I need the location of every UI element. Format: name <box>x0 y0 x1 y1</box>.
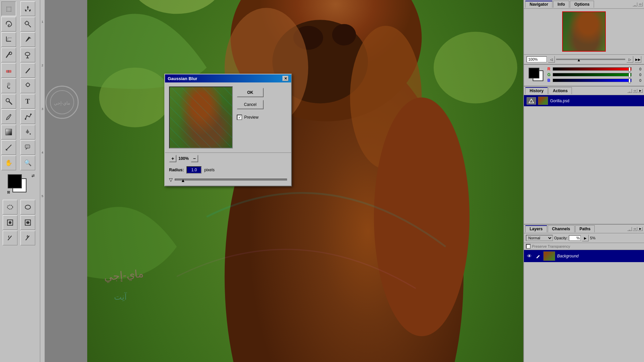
foreground-color-swatch[interactable] <box>8 174 22 188</box>
svg-line-24 <box>9 102 12 104</box>
radius-unit: pixels <box>204 168 215 172</box>
zoom-percent: 100% <box>178 156 189 161</box>
zoom-input[interactable] <box>527 56 547 62</box>
dodge-tool[interactable] <box>1 94 16 109</box>
zoom-in-button[interactable]: + <box>169 155 176 162</box>
layers-win-controls: _ ▭ ▶ <box>627 227 643 231</box>
eraser-tool[interactable] <box>1 63 16 78</box>
r-thumb[interactable] <box>629 67 631 72</box>
history-item-gorilla[interactable]: Gorilla.psd <box>524 95 644 106</box>
healing-brush-tool[interactable] <box>1 48 16 62</box>
ellipse-marquee-tool[interactable] <box>3 200 17 215</box>
zoom-slider-left[interactable]: ◁ <box>548 56 555 63</box>
art-history-brush-tool[interactable] <box>20 231 35 245</box>
ok-button[interactable]: OK <box>237 88 264 97</box>
oval-mask-tool[interactable] <box>20 215 35 230</box>
reset-colors-btn[interactable]: ⊠ <box>7 190 10 194</box>
marquee-tool[interactable]: ⬚ <box>1 1 16 16</box>
tab-actions[interactable]: Actions <box>548 87 572 94</box>
opacity-input[interactable] <box>569 235 581 241</box>
svg-point-12 <box>25 52 30 56</box>
layer-item-background[interactable]: 👁 Background <box>524 250 644 262</box>
gradient-tool[interactable] <box>1 125 16 139</box>
annotation-tool[interactable] <box>20 140 35 155</box>
r-label: R <box>547 67 551 71</box>
tab-channels[interactable]: Channels <box>548 225 575 232</box>
smudge-tool[interactable] <box>1 78 16 93</box>
navigator-panel: Navigator Info Options _ ▭ <box>524 0 644 65</box>
layers-expand-btn[interactable]: ▭ <box>633 227 637 231</box>
layer-visibility-toggle[interactable]: 👁 <box>526 253 533 259</box>
zoom-tool[interactable]: 🔍 <box>20 156 35 170</box>
preview-inner <box>170 87 232 148</box>
layers-arrow-btn[interactable]: ▶ <box>638 227 643 231</box>
navigator-win-controls: _ ▭ <box>633 2 643 6</box>
zoom-slider-thumb[interactable]: ▲ <box>577 58 581 62</box>
layers-panel-header: Layers Channels Paths _ ▭ ▶ <box>524 225 644 233</box>
dialog-close-button[interactable]: ✕ <box>282 76 288 81</box>
paint-bucket-tool[interactable] <box>20 125 35 139</box>
gaussian-blur-dialog: Gaussian Blur ✕ OK <box>164 74 292 186</box>
zoom-slider-track[interactable]: ▲ <box>556 59 625 60</box>
navigator-expand-btn[interactable]: ▭ <box>638 2 643 6</box>
color-panel-content: R 0 G 0 <box>527 67 641 84</box>
zoom-max-btn[interactable]: ▶▶ <box>635 56 641 63</box>
svg-rect-25 <box>25 118 26 120</box>
fg-swatch[interactable] <box>529 68 539 78</box>
svg-rect-26 <box>30 114 32 115</box>
layers-minimize-btn[interactable]: _ <box>627 227 632 231</box>
swap-colors-btn[interactable]: ⇄ <box>32 174 35 178</box>
preview-checkbox[interactable]: ✓ <box>237 115 242 120</box>
layers-panel: Layers Channels Paths _ ▭ ▶ <box>524 225 644 362</box>
b-thumb[interactable] <box>629 78 631 83</box>
color-section: ⇄ ⊠ <box>1 171 39 198</box>
text-tool[interactable]: T <box>20 94 35 109</box>
single-column-tool[interactable] <box>20 200 35 215</box>
hand-tool[interactable]: ✋ <box>1 156 16 170</box>
nav-thumbnail-image <box>563 12 605 51</box>
radius-slider-track[interactable]: ▲ <box>175 179 287 181</box>
zoom-controls: ◁ ▲ ▷ ▶▶ <box>524 54 644 64</box>
path-select-tool[interactable] <box>20 109 35 124</box>
svg-point-18 <box>26 83 30 86</box>
radius-slider-thumb[interactable]: ▲ <box>181 178 185 183</box>
history-brush-tool[interactable] <box>3 231 17 245</box>
g-slider[interactable] <box>553 73 632 76</box>
g-thumb[interactable] <box>629 73 631 77</box>
magic-wand-tool[interactable] <box>20 17 35 32</box>
nav-thumbnail[interactable] <box>562 11 606 52</box>
sharpen-tool[interactable] <box>20 78 35 93</box>
b-slider[interactable] <box>553 79 632 82</box>
tab-layers[interactable]: Layers <box>525 225 547 232</box>
eyedropper-tool[interactable] <box>20 32 35 47</box>
opacity-arrow[interactable]: ▶ <box>582 235 589 241</box>
svg-line-28 <box>6 145 11 150</box>
move-tool[interactable] <box>20 1 35 16</box>
pencil-tool[interactable] <box>20 63 35 78</box>
tab-info[interactable]: Info <box>553 1 569 8</box>
preserve-transparency-checkbox[interactable] <box>526 244 531 249</box>
zoom-out-button[interactable]: − <box>191 155 198 162</box>
svg-point-2 <box>25 21 29 25</box>
history-arrow-btn[interactable]: ▶ <box>638 89 643 93</box>
history-minimize-btn[interactable]: _ <box>627 89 632 93</box>
svg-rect-16 <box>8 70 9 73</box>
tab-paths[interactable]: Paths <box>575 225 595 232</box>
dialog-preview-image[interactable] <box>169 86 233 148</box>
zoom-slider-right[interactable]: ▷ <box>627 56 633 63</box>
radius-input[interactable] <box>186 166 202 174</box>
crop-tool[interactable] <box>1 32 16 47</box>
navigator-minimize-btn[interactable]: _ <box>633 2 637 6</box>
blend-mode-select[interactable]: Normal <box>526 235 553 241</box>
history-expand-btn[interactable]: ▭ <box>633 89 637 93</box>
lasso-tool[interactable] <box>1 17 16 32</box>
cancel-button[interactable]: Cancel <box>237 100 264 109</box>
measure-tool[interactable] <box>1 140 16 155</box>
pen-tool[interactable] <box>1 109 16 124</box>
clone-stamp-tool[interactable] <box>20 48 35 62</box>
tab-options[interactable]: Options <box>570 1 594 8</box>
tab-history[interactable]: History <box>525 87 548 94</box>
rect-mask-tool[interactable] <box>3 215 17 230</box>
r-slider[interactable] <box>553 67 632 71</box>
tab-navigator[interactable]: Navigator <box>525 1 552 8</box>
